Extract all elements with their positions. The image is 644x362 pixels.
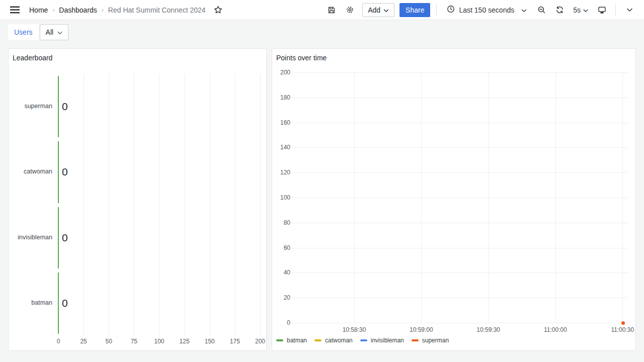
panel-header: Leaderboard (9, 49, 266, 67)
bar-category-label: superman (9, 103, 52, 110)
y-tick-label: 160 (272, 119, 290, 126)
grid-line (185, 74, 185, 336)
legend-item[interactable]: invisibleman (360, 337, 404, 344)
chevron-down-icon (583, 6, 588, 14)
toolbar-collapse-button[interactable] (622, 3, 637, 18)
y-tick-label: 60 (272, 244, 290, 251)
y-tick-label: 20 (272, 294, 290, 301)
toolbar-divider (615, 5, 616, 16)
menu-button[interactable] (7, 3, 22, 18)
refresh-icon (555, 6, 564, 14)
x-tick-label: 75 (131, 338, 137, 345)
y-tick-label: 200 (272, 69, 290, 76)
points-plot-area: 10:58:3010:59:0010:59:3011:00:0011:00:30 (291, 72, 628, 323)
gear-icon (346, 6, 354, 14)
grid-line (291, 123, 628, 123)
toolbar-divider (436, 5, 437, 16)
legend-label: batman (287, 337, 307, 344)
legend-swatch (360, 339, 367, 341)
x-tick-label: 25 (80, 338, 87, 345)
add-dropdown-button[interactable]: Add (362, 3, 394, 17)
y-tick-label: 40 (272, 269, 290, 276)
dashboard-settings-button[interactable] (342, 3, 357, 18)
panel-title-points-over-time[interactable]: Points over time (276, 54, 327, 62)
legend-label: superman (422, 337, 449, 344)
x-tick-label: 11:00:00 (544, 326, 567, 333)
grid-line (291, 298, 628, 298)
bar-category-label: batman (9, 299, 52, 306)
legend-label: catwoman (325, 337, 353, 344)
share-button[interactable]: Share (399, 3, 430, 17)
leaderboard-category-labels: supermancatwomaninvisiblemanbatman (9, 74, 52, 336)
zoom-out-icon (537, 6, 546, 14)
breadcrumb-home[interactable]: Home (29, 6, 48, 14)
bar-value-label: 0 (62, 101, 68, 113)
grid-line (134, 74, 134, 336)
grid-line (210, 74, 210, 336)
breadcrumb-separator: › (102, 7, 104, 14)
zoom-out-time-button[interactable] (534, 3, 549, 18)
grid-line (622, 72, 623, 323)
y-tick-label: 140 (272, 144, 290, 151)
variable-users-value: All (46, 28, 54, 36)
variable-users-dropdown[interactable]: All (40, 24, 69, 40)
y-tick-label: 0 (272, 319, 290, 326)
bar[interactable] (58, 273, 59, 334)
variable-users-label: Users (8, 24, 39, 40)
bar-category-label: invisibleman (9, 234, 52, 241)
chevron-down-icon (626, 8, 633, 12)
x-tick-label: 10:58:30 (343, 326, 366, 333)
data-point-dot (621, 321, 625, 325)
y-tick-label: 120 (272, 169, 290, 176)
chevron-down-icon (521, 6, 527, 14)
save-dashboard-button[interactable] (324, 3, 339, 18)
grid-line (291, 323, 628, 323)
legend-swatch (276, 339, 283, 341)
x-tick-label: 10:59:30 (476, 326, 500, 333)
bar[interactable] (58, 207, 59, 268)
x-tick-label: 50 (106, 338, 112, 345)
leaderboard-x-axis: 0255075100125150175200 (58, 338, 266, 346)
grid-line (260, 74, 261, 336)
grid-line (291, 72, 628, 73)
time-range-picker[interactable]: Last 150 seconds (443, 3, 531, 18)
panel-title-leaderboard[interactable]: Leaderboard (13, 54, 52, 62)
time-range-label: Last 150 seconds (459, 6, 514, 14)
refresh-interval-dropdown[interactable]: 5s (570, 3, 591, 18)
favorite-star-button[interactable] (211, 3, 226, 18)
refresh-dashboard-button[interactable] (552, 3, 567, 18)
x-tick-label: 175 (230, 338, 240, 345)
grid-line (291, 147, 628, 148)
panel-header: Points over time (272, 49, 635, 67)
grid-line (489, 72, 489, 323)
grid-line (291, 248, 628, 248)
bar-value-label: 0 (62, 232, 68, 244)
legend-item[interactable]: batman (276, 337, 307, 344)
grid-line (109, 74, 109, 336)
legend-item[interactable]: catwoman (314, 337, 353, 344)
tv-mode-button[interactable] (594, 3, 609, 18)
bar-value-label: 0 (62, 297, 68, 309)
breadcrumb-current-dashboard: Red Hat Summit Connect 2024 (108, 6, 206, 14)
bar[interactable] (58, 141, 59, 203)
legend-item[interactable]: superman (412, 337, 449, 344)
bar-value-label: 0 (62, 166, 68, 178)
points-legend: batmancatwomaninvisiblemansuperman (276, 337, 449, 344)
legend-swatch (412, 339, 419, 341)
refresh-interval-label: 5s (573, 6, 581, 14)
legend-label: invisibleman (371, 337, 404, 344)
y-tick-label: 180 (272, 94, 290, 101)
grid-line (291, 198, 628, 198)
dashboard-variables-bar: Users All (0, 20, 644, 44)
x-tick-label: 150 (205, 338, 215, 345)
breadcrumb-dashboards[interactable]: Dashboards (59, 6, 97, 14)
grid-line (84, 74, 84, 336)
add-button-label: Add (368, 6, 380, 14)
y-tick-label: 100 (272, 194, 290, 201)
star-icon (214, 6, 222, 14)
x-tick-label: 10:59:00 (410, 326, 433, 333)
bar[interactable] (58, 76, 59, 137)
monitor-icon (598, 6, 606, 14)
bar-category-label: catwoman (9, 168, 52, 175)
x-tick-label: 100 (154, 338, 164, 345)
